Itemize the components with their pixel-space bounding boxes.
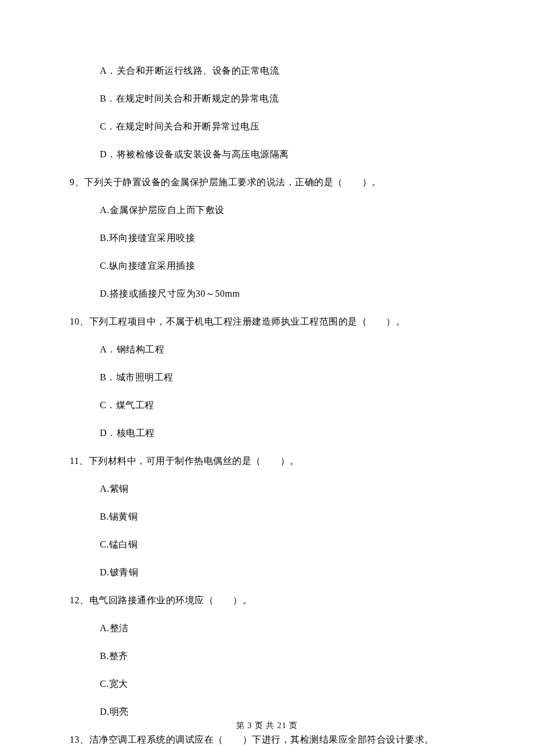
option-a: A．关合和开断运行线路、设备的正常电流: [70, 64, 464, 78]
question-13-stem: 13、洁净空调工程系统的调试应在（ ）下进行，其检测结果应全部符合设计要求。: [70, 733, 464, 747]
option-d: D．将被检修设备或安装设备与高压电源隔离: [70, 147, 464, 161]
option-c: C.纵向接缝宜采用插接: [70, 259, 464, 273]
option-d: D.铍青铜: [70, 566, 464, 579]
option-b: B.整齐: [70, 649, 464, 663]
question-9-stem: 9、下列关于静置设备的金属保护层施工要求的说法，正确的是（ ）。: [70, 175, 464, 189]
option-b: B.环向接缝宜采用咬接: [70, 231, 464, 245]
question-12-stem: 12、电气回路接通作业的环境应（ ）。: [70, 593, 464, 607]
option-d: D.明亮: [70, 705, 464, 719]
page-content: A．关合和开断运行线路、设备的正常电流 B．在规定时间关合和开断规定的异常电流 …: [0, 0, 534, 747]
option-c: C．煤气工程: [70, 398, 464, 412]
option-a: A.金属保护层应自上而下敷设: [70, 203, 464, 217]
option-b: B．在规定时间关合和开断规定的异常电流: [70, 92, 464, 106]
option-d: D．核电工程: [70, 426, 464, 440]
option-c: C．在规定时间关合和开断异常过电压: [70, 120, 464, 134]
question-11-stem: 11、下列材料中，可用于制作热电偶丝的是（ ）。: [70, 454, 464, 468]
option-d: D.搭接或插接尺寸应为30～50mm: [70, 287, 464, 301]
page-number: 第 3 页 共 21 页: [0, 719, 534, 732]
option-c: C.锰白铜: [70, 538, 464, 552]
option-a: A.整洁: [70, 621, 464, 635]
option-c: C.宽大: [70, 677, 464, 691]
option-a: A.紫铜: [70, 482, 464, 496]
option-a: A．钢结构工程: [70, 343, 464, 357]
option-b: B.锡黄铜: [70, 510, 464, 524]
option-b: B．城市照明工程: [70, 370, 464, 384]
question-10-stem: 10、下列工程项目中，不属于机电工程注册建造师执业工程范围的是（ ）。: [70, 315, 464, 329]
